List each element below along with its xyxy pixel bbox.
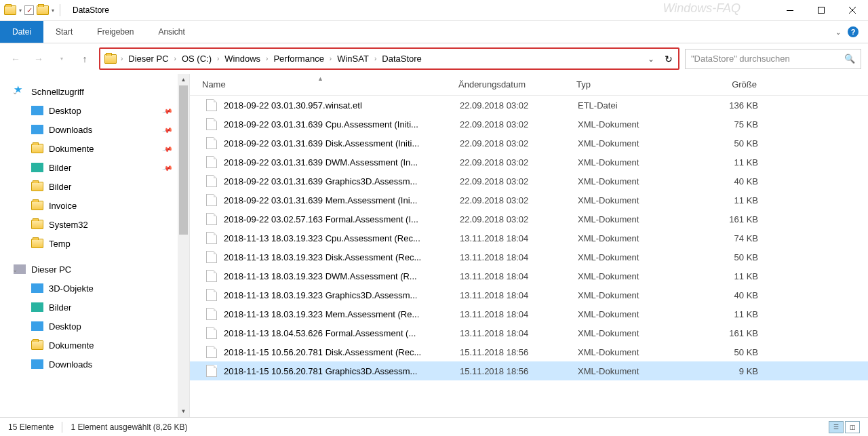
- file-row[interactable]: 2018-09-22 03.01.30.957.winsat.etl22.09.…: [190, 96, 868, 115]
- scroll-down-icon[interactable]: ▼: [178, 405, 189, 417]
- tree-pc-documents[interactable]: Dokumente: [0, 336, 189, 355]
- pin-icon[interactable]: 📌: [162, 105, 173, 116]
- file-row[interactable]: 2018-09-22 03.01.31.639 Disk.Assessment …: [190, 134, 868, 153]
- refresh-button[interactable]: ↻: [659, 49, 678, 68]
- svg-rect-1: [818, 7, 825, 14]
- tree-3d-objects[interactable]: 3D-Objekte: [0, 279, 189, 298]
- tab-view[interactable]: Ansicht: [146, 21, 197, 43]
- file-size: 74 KB: [696, 233, 770, 243]
- tree-label: Bilder: [49, 163, 71, 173]
- breadcrumb[interactable]: WinSAT: [333, 54, 373, 64]
- qat-overflow-icon[interactable]: ▾: [52, 7, 54, 14]
- address-bar[interactable]: › Dieser PC › OS (C:) › Windows › Perfor…: [99, 47, 679, 70]
- tree-pictures-2[interactable]: Bilder: [0, 177, 189, 196]
- pin-icon[interactable]: 📌: [162, 124, 173, 135]
- pin-icon[interactable]: 📌: [162, 143, 173, 154]
- chevron-right-icon[interactable]: ›: [264, 55, 269, 62]
- file-date: 13.11.2018 18:04: [460, 233, 578, 243]
- file-icon: [206, 289, 217, 301]
- column-size[interactable]: Größe: [694, 79, 769, 90]
- file-type: XML-Dokument: [578, 176, 696, 186]
- recent-dropdown-icon[interactable]: ▾: [53, 50, 71, 68]
- scroll-thumb[interactable]: [179, 85, 188, 235]
- breadcrumb[interactable]: Performance: [269, 54, 328, 64]
- file-row[interactable]: 2018-11-13 18.03.19.323 Graphics3D.Asses…: [190, 285, 868, 304]
- tab-share[interactable]: Freigeben: [85, 21, 146, 43]
- minimize-button[interactable]: [774, 0, 806, 21]
- file-row[interactable]: 2018-11-13 18.03.19.323 Disk.Assessment …: [190, 247, 868, 266]
- file-row[interactable]: 2018-09-22 03.01.31.639 Cpu.Assessment (…: [190, 115, 868, 134]
- tree-documents[interactable]: Dokumente📌: [0, 139, 189, 158]
- file-icon: [206, 118, 217, 130]
- column-type[interactable]: Typ: [576, 79, 694, 90]
- chevron-right-icon[interactable]: ›: [173, 55, 178, 62]
- qat-dropdown-icon[interactable]: ▾: [19, 7, 22, 14]
- address-dropdown-icon[interactable]: ⌄: [643, 54, 659, 64]
- breadcrumb[interactable]: DataStore: [378, 54, 426, 64]
- tree-temp[interactable]: Temp: [0, 234, 189, 253]
- file-type: ETL-Datei: [578, 100, 696, 111]
- breadcrumb[interactable]: Dieser PC: [124, 54, 172, 64]
- scroll-up-icon[interactable]: ▲: [178, 74, 189, 85]
- tree-pc-desktop[interactable]: Desktop: [0, 317, 189, 336]
- collapse-icon[interactable]: ⌄: [12, 266, 18, 273]
- column-date[interactable]: Änderungsdatum: [458, 79, 576, 90]
- file-row[interactable]: 2018-11-15 10.56.20.781 Graphics3D.Asses…: [190, 361, 868, 380]
- file-size: 161 KB: [696, 328, 770, 338]
- sidebar-scrollbar[interactable]: ▲ ▼: [178, 74, 189, 417]
- details-view-button[interactable]: ☰: [829, 421, 844, 433]
- tree-this-pc[interactable]: ⌄ Dieser PC: [0, 260, 189, 279]
- file-name: 2018-09-22 03.02.57.163 Formal.Assessmen…: [224, 214, 460, 224]
- file-date: 22.09.2018 03:02: [460, 176, 578, 186]
- ribbon-expand-icon[interactable]: ⌄: [835, 28, 841, 36]
- tree-quick-access[interactable]: ⌄ Schnellzugriff: [0, 82, 189, 101]
- back-button[interactable]: ←: [7, 50, 24, 68]
- breadcrumb[interactable]: OS (C:): [178, 54, 216, 64]
- tab-file[interactable]: Datei: [0, 21, 43, 43]
- ribbon: Datei Start Freigeben Ansicht ⌄ ?: [0, 21, 868, 43]
- pictures-icon: [31, 302, 43, 312]
- tree-system32[interactable]: System32: [0, 215, 189, 234]
- file-rows: 2018-09-22 03.01.30.957.winsat.etl22.09.…: [190, 96, 868, 417]
- file-row[interactable]: 2018-11-13 18.03.19.323 Cpu.Assessment (…: [190, 229, 868, 247]
- properties-icon[interactable]: ✓: [24, 5, 34, 15]
- pin-icon[interactable]: 📌: [162, 162, 173, 173]
- chevron-right-icon[interactable]: ›: [216, 55, 220, 62]
- file-name: 2018-09-22 03.01.30.957.winsat.etl: [224, 100, 460, 111]
- nav-row: ← → ▾ ↑ › Dieser PC › OS (C:) › Windows …: [0, 43, 868, 74]
- tree-pictures[interactable]: Bilder📌: [0, 158, 189, 177]
- file-size: 11 KB: [696, 271, 770, 281]
- up-button[interactable]: ↑: [76, 50, 94, 68]
- tree-downloads[interactable]: Downloads📌: [0, 120, 189, 139]
- tab-start[interactable]: Start: [43, 21, 85, 43]
- close-button[interactable]: [837, 0, 868, 21]
- desktop-icon: [31, 106, 43, 115]
- thumbnails-view-button[interactable]: ◫: [845, 421, 860, 433]
- forward-button[interactable]: →: [30, 50, 47, 68]
- maximize-button[interactable]: [806, 0, 837, 21]
- file-row[interactable]: 2018-11-13 18.03.19.323 DWM.Assessment (…: [190, 266, 868, 285]
- file-row[interactable]: 2018-11-13 18.04.53.626 Formal.Assessmen…: [190, 323, 868, 342]
- file-row[interactable]: 2018-09-22 03.01.31.639 Graphics3D.Asses…: [190, 172, 868, 191]
- tree-pc-pictures[interactable]: Bilder: [0, 298, 189, 317]
- help-icon[interactable]: ?: [848, 26, 859, 37]
- open-folder-icon[interactable]: [37, 5, 49, 15]
- chevron-right-icon[interactable]: ›: [328, 55, 333, 62]
- chevron-right-icon[interactable]: ›: [373, 55, 378, 62]
- folder-icon[interactable]: [4, 5, 16, 15]
- chevron-right-icon[interactable]: ›: [119, 55, 124, 62]
- breadcrumb[interactable]: Windows: [220, 54, 264, 64]
- file-row[interactable]: 2018-11-15 10.56.20.781 Disk.Assessment …: [190, 342, 868, 361]
- folder-icon: [31, 340, 43, 350]
- file-row[interactable]: 2018-09-22 03.02.57.163 Formal.Assessmen…: [190, 210, 868, 229]
- separator: [62, 422, 62, 433]
- objects-icon: [31, 283, 43, 293]
- tree-desktop[interactable]: Desktop📌: [0, 101, 189, 120]
- tree-pc-downloads[interactable]: Downloads: [0, 355, 189, 374]
- search-input[interactable]: "DataStore" durchsuchen 🔍: [685, 49, 861, 69]
- column-name[interactable]: ▲Name: [202, 79, 458, 90]
- file-row[interactable]: 2018-09-22 03.01.31.639 DWM.Assessment (…: [190, 153, 868, 172]
- file-row[interactable]: 2018-11-13 18.03.19.323 Mem.Assessment (…: [190, 304, 868, 323]
- tree-invoice[interactable]: Invoice: [0, 196, 189, 215]
- file-row[interactable]: 2018-09-22 03.01.31.639 Mem.Assessment (…: [190, 191, 868, 210]
